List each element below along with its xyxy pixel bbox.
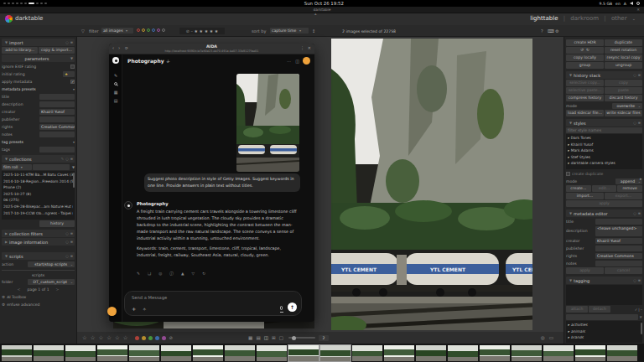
group-button[interactable]: group	[566, 62, 604, 69]
view-lighttable[interactable]: lighttable	[530, 15, 558, 22]
chat-url[interactable]: http://localhost:9090/c/a7e80a23-da70-49…	[109, 49, 314, 53]
workspace-indicator[interactable]	[3, 3, 49, 4]
accessibility-icon[interactable]: A	[624, 2, 626, 6]
gear-icon[interactable]: ⚙	[2, 303, 5, 307]
filmstrip-thumbnail[interactable]	[607, 345, 637, 361]
keyboard-layout[interactable]: en	[615, 2, 621, 6]
collapse-icon[interactable]: ▼	[5, 40, 8, 44]
chat-overflow-icon[interactable]: ⋯	[287, 59, 291, 64]
page-next-button[interactable]: >	[56, 287, 60, 292]
script-item[interactable]: AI Toolbox	[7, 295, 75, 299]
clock[interactable]: Sun Oct 26 19:52	[49, 1, 600, 6]
filmstrip-thumbnail[interactable]	[193, 345, 223, 361]
collapse-icon[interactable]: ▼	[569, 73, 572, 77]
volume-icon[interactable]	[630, 2, 633, 5]
dropdown-icon[interactable]: ▾	[73, 87, 75, 91]
uploaded-image-thumbnail[interactable]	[236, 74, 299, 172]
preferences-gear-icon[interactable]: ⚙	[555, 28, 558, 34]
expand-icon[interactable]: ▶	[5, 231, 8, 235]
view-darkroom[interactable]: darkroom	[570, 15, 599, 22]
tools-sparkle-icon[interactable]: ✧	[143, 307, 147, 312]
reset-icon[interactable]: ○	[65, 157, 69, 161]
color-label-button[interactable]	[155, 336, 159, 340]
style-edit-button[interactable]: edit...	[592, 185, 617, 192]
metadata-cancel-button[interactable]: cancel	[605, 267, 642, 274]
script-item[interactable]: enfuse advanced	[7, 303, 75, 307]
reload-icon[interactable]: ⟳	[125, 46, 128, 50]
collection-item[interactable]: 2014-10-18-Region...Freedom 2014 (54)	[3, 178, 73, 185]
collection-item[interactable]: 2025-10-27 (8)	[3, 191, 73, 198]
chat-window-titlebar[interactable]: ‹ › ⟳ AIDA http://localhost:9090/c/a7e80…	[109, 44, 314, 54]
creator-field[interactable]: Khairil Yusof	[39, 109, 75, 115]
create-hdr-button[interactable]: create HDR	[566, 39, 604, 46]
shortcuts-icon[interactable]: ⌨	[548, 28, 554, 34]
message-input[interactable]: Send a Message + ✧ ↑	[124, 291, 302, 316]
help-icon[interactable]: ?	[541, 28, 543, 34]
reset-icon[interactable]: ○	[65, 254, 69, 258]
color-label-filters[interactable]	[137, 28, 165, 32]
collapse-icon[interactable]: ▼	[569, 121, 572, 125]
dropdown-icon[interactable]: ▼	[72, 165, 75, 169]
thumbs-down-icon[interactable]: ▽	[192, 272, 195, 276]
check-icon[interactable]: ✓	[635, 308, 638, 312]
presets-icon[interactable]: ≡	[70, 254, 73, 258]
color-label-filter[interactable]	[157, 28, 160, 32]
color-label-button[interactable]	[142, 336, 146, 340]
tag-entry-input[interactable]	[566, 314, 638, 320]
color-label-filter[interactable]	[147, 28, 150, 32]
filmstrip-thumbnail[interactable]	[288, 345, 319, 361]
collection-item[interactable]: 06 (275)	[3, 197, 73, 204]
collapse-icon[interactable]: ▼	[569, 278, 572, 282]
user-avatar[interactable]	[303, 57, 310, 65]
color-label-button[interactable]	[162, 336, 166, 340]
attach-plus-icon[interactable]: +	[132, 306, 136, 313]
filmstrip-thumbnail[interactable]	[34, 345, 64, 361]
presets-icon[interactable]: ≡	[638, 73, 641, 77]
copy-import-button[interactable]: copy & import...	[39, 47, 75, 54]
create-duplicate-checkbox[interactable]	[566, 172, 570, 176]
color-label-filter[interactable]	[142, 28, 145, 32]
dropdown-icon[interactable]: ▾	[73, 140, 75, 144]
selective-copy-button[interactable]: selective copy...	[566, 80, 604, 86]
reset-icon[interactable]: ○	[633, 121, 636, 125]
color-label-filter[interactable]	[162, 28, 165, 32]
discard-history-button[interactable]: discard history	[605, 95, 642, 101]
search-icon[interactable]	[114, 82, 117, 85]
chats-icon[interactable]: ▤	[109, 98, 122, 103]
info-icon[interactable]: ⓘ	[169, 272, 174, 276]
color-label-button[interactable]	[148, 336, 153, 340]
collection-filters-header[interactable]: ▶ collection filters ○ ≡	[2, 230, 75, 237]
image-information-header[interactable]: ▶ image information ○ ≡	[2, 238, 75, 246]
reset-icon[interactable]: ○	[65, 231, 69, 235]
filmstrip-thumbnail[interactable]	[416, 345, 446, 361]
new-chat-plus-icon[interactable]: +	[166, 58, 170, 64]
write-sidecar-button[interactable]: write sidecar files	[605, 110, 642, 116]
presets-icon[interactable]: ≡	[70, 231, 73, 235]
title-field[interactable]	[39, 94, 75, 100]
collection-filter-entry[interactable]	[33, 164, 70, 170]
style-item[interactable]: ▸ Khairil Yusof	[568, 142, 641, 148]
expand-icon[interactable]: ▶	[5, 240, 8, 244]
focus-peaking-icon[interactable]: ◎	[541, 335, 545, 340]
style-export-button[interactable]: export...	[605, 193, 642, 199]
top-panel-collapse-icon[interactable]: ▴	[314, 11, 317, 16]
tree-toggle-icon[interactable]: |	[638, 308, 639, 312]
filmstrip-thumbnail[interactable]	[320, 345, 351, 361]
styles-mode-select[interactable]: append ⌄	[615, 178, 642, 184]
filmstrip-thumbnail[interactable]	[543, 345, 574, 361]
collections-header[interactable]: ▼ collections ✎ ○ ≡	[2, 155, 75, 163]
attach-tag-button[interactable]: attach	[566, 306, 588, 313]
filmstrip-thumbnail[interactable]	[65, 345, 96, 361]
notification-dot[interactable]	[107, 307, 117, 316]
workspace-icon[interactable]: ▦	[109, 90, 122, 95]
openwebui-logo[interactable]	[112, 57, 119, 64]
metadata-apply-button[interactable]: apply	[566, 267, 604, 274]
ignore-exif-checkbox[interactable]	[70, 65, 75, 69]
style-remove-button[interactable]: remove	[617, 185, 642, 192]
color-label-buttons[interactable]	[135, 336, 166, 340]
rotate-buttons[interactable]: ↺ ↻	[566, 47, 604, 54]
scrollbar[interactable]	[73, 173, 75, 188]
load-sidecar-button[interactable]: load sidecar file...	[566, 110, 604, 116]
power-icon[interactable]	[636, 2, 640, 5]
regenerate-icon[interactable]: ↻	[202, 272, 205, 276]
